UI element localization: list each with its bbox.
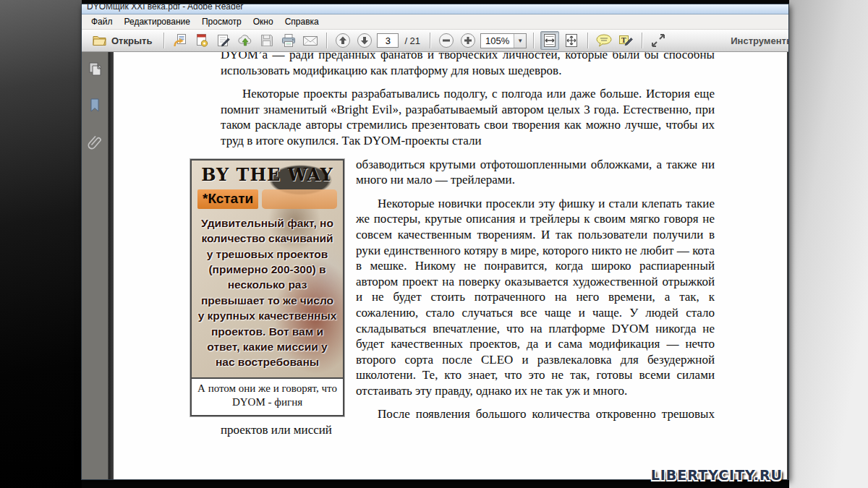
kstati-label: *Кстати bbox=[197, 189, 258, 209]
menu-bar: Файл Редактирование Просмотр Окно Справк… bbox=[82, 14, 788, 30]
navigation-pane bbox=[82, 52, 109, 479]
bookmarks-button[interactable] bbox=[86, 97, 103, 114]
background-right bbox=[789, 0, 868, 488]
toolbar: Открыть bbox=[82, 30, 788, 52]
zoom-value: 105% bbox=[481, 35, 514, 46]
fullscreen-button[interactable] bbox=[649, 31, 668, 50]
toolbar-separator bbox=[587, 33, 588, 48]
email-button[interactable] bbox=[301, 31, 320, 50]
pages-icon bbox=[88, 61, 102, 77]
sign-document-icon bbox=[216, 33, 231, 48]
paragraph: DYOM’а — ради преданных фанатов и творче… bbox=[221, 52, 715, 78]
document-area: DYOM’а — ради преданных фанатов и творче… bbox=[82, 52, 788, 479]
adobe-reader-window: DYOMщик XXI века.pdf - Adobe Reader Файл… bbox=[81, 4, 789, 480]
print-button[interactable] bbox=[279, 31, 298, 50]
toolbar-separator bbox=[430, 33, 430, 48]
menu-view[interactable]: Просмотр bbox=[196, 15, 247, 28]
share-file-button[interactable] bbox=[171, 31, 190, 50]
svg-text:T: T bbox=[621, 36, 626, 44]
arrow-up-icon bbox=[335, 33, 351, 48]
background-left bbox=[0, 0, 82, 488]
menu-help[interactable]: Справка bbox=[279, 15, 325, 28]
share-file-icon bbox=[173, 33, 187, 48]
minus-icon bbox=[438, 33, 454, 48]
window-title: DYOMщик XXI века.pdf - Adobe Reader bbox=[87, 4, 243, 12]
zoom-level-select[interactable]: 105% ▼ bbox=[480, 33, 527, 48]
figure-header: BY THE WAY bbox=[197, 166, 337, 184]
next-page-button[interactable] bbox=[355, 31, 374, 50]
cloud-upload-button[interactable] bbox=[236, 31, 255, 50]
tools-panel-label[interactable]: Инструменты bbox=[731, 35, 788, 46]
paragraph: Некоторые проекты разрабатывались подолг… bbox=[221, 86, 715, 148]
attachments-button[interactable] bbox=[86, 133, 103, 150]
document-pane[interactable]: DYOM’а — ради преданных фанатов и творче… bbox=[109, 52, 788, 479]
previous-page-button[interactable] bbox=[333, 31, 352, 50]
menu-edit[interactable]: Редактирование bbox=[119, 15, 196, 28]
figure-body-text: Удивительный факт, но количество скачива… bbox=[197, 215, 337, 370]
fit-width-icon bbox=[542, 33, 557, 48]
open-button[interactable]: Открыть bbox=[88, 31, 157, 50]
fit-page-button[interactable] bbox=[562, 31, 581, 50]
toolbar-separator bbox=[533, 33, 534, 48]
window-titlebar[interactable]: DYOMщик XXI века.pdf - Adobe Reader bbox=[82, 4, 788, 14]
figure-caption: А потом они же и говорят, что DYOM - фиг… bbox=[192, 377, 343, 415]
expand-arrows-icon bbox=[650, 33, 666, 48]
folder-open-icon bbox=[93, 35, 107, 46]
by-the-way-artwork: BY THE WAY *Кстати Удивительный факт, но… bbox=[192, 160, 343, 377]
sign-document-button[interactable] bbox=[214, 31, 233, 50]
kstati-tab bbox=[262, 189, 337, 209]
save-button[interactable] bbox=[258, 31, 276, 50]
cloud-upload-icon bbox=[237, 33, 253, 48]
fit-width-button[interactable] bbox=[540, 31, 559, 50]
highlight-text-icon: T bbox=[618, 33, 634, 48]
highlight-text-button[interactable]: T bbox=[616, 31, 635, 50]
bookmark-icon bbox=[88, 98, 101, 114]
toolbar-separator bbox=[326, 33, 327, 48]
toolbar-separator bbox=[642, 33, 642, 48]
email-icon bbox=[302, 34, 318, 47]
by-the-way-figure: BY THE WAY *Кстати Удивительный факт, но… bbox=[190, 159, 344, 416]
toolbar-separator bbox=[163, 33, 164, 48]
menu-window[interactable]: Окно bbox=[247, 15, 279, 28]
page-total-label: / 21 bbox=[404, 35, 420, 46]
chevron-down-icon[interactable]: ▼ bbox=[514, 34, 526, 48]
pdf-page: DYOM’а — ради преданных фанатов и творче… bbox=[114, 52, 788, 479]
convert-to-pdf-icon bbox=[195, 33, 209, 48]
zoom-out-button[interactable] bbox=[437, 31, 456, 50]
print-icon bbox=[281, 33, 297, 48]
page-thumbnails-button[interactable] bbox=[86, 61, 103, 78]
arrow-down-icon bbox=[357, 33, 373, 48]
libertycity-watermark: LibertyCity.Ru bbox=[651, 467, 783, 483]
page-number-input[interactable] bbox=[377, 33, 399, 48]
plus-icon bbox=[460, 33, 476, 48]
paperclip-icon bbox=[88, 134, 102, 150]
comment-button[interactable] bbox=[595, 31, 613, 50]
zoom-in-button[interactable] bbox=[459, 31, 477, 50]
open-label: Открыть bbox=[111, 35, 152, 46]
save-icon bbox=[260, 33, 274, 48]
convert-to-pdf-button[interactable] bbox=[192, 31, 211, 50]
kstati-strip: *Кстати bbox=[197, 189, 337, 209]
menu-file[interactable]: Файл bbox=[85, 15, 119, 28]
fit-page-icon bbox=[564, 33, 579, 48]
comment-bubble-icon bbox=[595, 33, 613, 48]
